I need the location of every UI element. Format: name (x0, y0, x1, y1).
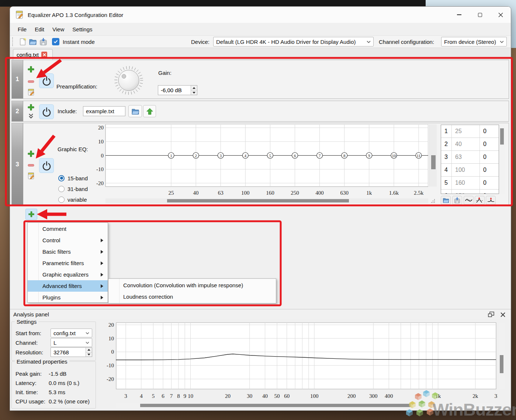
radio-icon[interactable] (58, 186, 65, 192)
eq-band-handle-3[interactable]: 3 (218, 153, 224, 159)
band-gain[interactable]: 0 (479, 164, 499, 176)
eq-band-row[interactable]: 62500 (441, 190, 499, 194)
eq-band-row[interactable]: 51600 (441, 177, 499, 190)
expand-chevrons-icon[interactable] (28, 113, 34, 121)
eq-vertical-scrollbar[interactable] (429, 124, 437, 187)
scrollbar-thumb[interactable] (500, 355, 503, 373)
channel-select[interactable]: L (51, 338, 92, 347)
spin-down-button[interactable] (86, 353, 92, 357)
band-frequency[interactable]: 250 (451, 190, 479, 194)
eq-band-row[interactable]: 3630 (441, 151, 499, 164)
menu-item-plugins[interactable]: Plugins (28, 292, 108, 303)
band-frequency[interactable]: 63 (451, 151, 479, 163)
eq-normalize-button[interactable] (475, 196, 485, 205)
spin-down-button[interactable] (191, 90, 197, 95)
submenu-item-convolution[interactable]: Convolution (Convolution with impulse re… (108, 280, 276, 291)
submenu-item-loudness[interactable]: Loudness correction (108, 291, 276, 302)
power-toggle-button[interactable] (39, 104, 54, 119)
menu-item-control[interactable]: Control (28, 235, 108, 246)
eq-import-button[interactable] (441, 196, 451, 205)
spin-up-button[interactable] (86, 348, 92, 353)
gain-spinbox[interactable]: -6,00 dB (158, 85, 197, 95)
band-frequency[interactable]: 25 (451, 125, 479, 138)
instant-mode-checkbox[interactable] (52, 38, 59, 45)
scrollbar-thumb[interactable] (431, 155, 436, 169)
minimize-button[interactable] (449, 7, 470, 23)
eq-band-handle-9[interactable]: 9 (366, 153, 372, 159)
edit-filter-icon[interactable] (27, 172, 35, 181)
open-file-button[interactable] (28, 37, 38, 47)
open-include-button[interactable] (143, 105, 156, 117)
tab-config-txt[interactable]: config.txt (13, 49, 53, 60)
tab-close-button[interactable] (41, 52, 47, 58)
device-select[interactable]: Default (LG HDR 4K - HD Audio Driver for… (213, 37, 374, 46)
eq-band-handle-4[interactable]: 4 (242, 153, 248, 159)
menu-view[interactable]: View (48, 24, 68, 35)
radio-icon[interactable] (58, 197, 65, 203)
start-from-select[interactable]: config.txt (51, 329, 92, 337)
resize-grip-icon[interactable] (431, 199, 435, 203)
band-gain[interactable]: 0 (479, 125, 499, 138)
eq-band-handle-5[interactable]: 5 (267, 153, 273, 159)
float-panel-button[interactable] (488, 312, 495, 317)
eq-flatten-button[interactable] (486, 196, 496, 205)
analysis-vertical-scrollbar[interactable] (499, 323, 505, 389)
analysis-horizontal-scrollbar[interactable] (116, 403, 496, 408)
menu-item-parametric-filters[interactable]: Parametric filters (28, 257, 108, 269)
eq-band-handle-2[interactable]: 2 (193, 153, 199, 159)
new-file-button[interactable] (17, 37, 28, 47)
remove-filter-icon[interactable] (27, 78, 35, 87)
menu-file[interactable]: File (14, 24, 31, 35)
close-button[interactable] (490, 7, 511, 23)
menu-settings[interactable]: Settings (68, 24, 96, 35)
eq-horizontal-scrollbar[interactable] (105, 198, 428, 203)
gain-knob[interactable] (113, 65, 144, 96)
add-filter-icon[interactable] (27, 66, 35, 74)
channel-config-select[interactable]: From device (Stereo) (441, 37, 507, 46)
menu-item-comment[interactable]: Comment (28, 223, 108, 235)
eq-band-row[interactable]: 2400 (441, 138, 499, 151)
add-filter-icon[interactable] (27, 150, 35, 159)
band-gain[interactable]: 0 (479, 177, 499, 189)
graphic-eq-chart[interactable]: 20100-10-202540631001602504006301k1.6k2.… (94, 124, 428, 197)
eq-band-handle-8[interactable]: 8 (342, 153, 347, 159)
band-frequency[interactable]: 100 (451, 164, 479, 176)
eq-smooth-button[interactable] (464, 196, 474, 205)
menu-item-graphic-equalizers[interactable]: Graphic equalizers (28, 269, 108, 280)
band-gain[interactable]: 0 (479, 190, 499, 194)
band-option-variable[interactable]: variable (58, 196, 88, 203)
eq-band-handle-11[interactable]: 11 (416, 153, 422, 159)
eq-band-table[interactable]: 125024003630410005160062500 (441, 125, 499, 194)
toolbar-grip[interactable] (12, 37, 14, 46)
menu-item-advanced-filters[interactable]: Advanced filters (28, 280, 108, 292)
add-filter-button[interactable] (25, 209, 37, 220)
resolution-spinbox[interactable]: 32768 (51, 347, 92, 357)
scrollbar-thumb[interactable] (140, 404, 411, 407)
edit-filter-icon[interactable] (27, 88, 35, 98)
browse-file-button[interactable] (128, 105, 142, 117)
eq-band-handle-1[interactable]: 1 (168, 153, 174, 159)
spin-up-button[interactable] (191, 86, 197, 90)
table-scrollbar[interactable] (499, 125, 505, 194)
band-gain[interactable]: 0 (479, 151, 499, 163)
remove-filter-icon[interactable] (27, 162, 35, 170)
save-file-button[interactable] (38, 37, 48, 47)
eq-band-handle-10[interactable]: 10 (391, 153, 397, 159)
radio-icon[interactable] (58, 175, 65, 181)
add-filter-icon[interactable] (27, 104, 35, 112)
menu-item-basic-filters[interactable]: Basic filters (28, 246, 108, 257)
band-frequency[interactable]: 40 (451, 138, 479, 150)
band-option-15-band[interactable]: 15-band (58, 175, 88, 181)
analysis-chart[interactable]: 20100-10-2034567891020304050601002003004… (102, 322, 498, 400)
eq-band-handle-6[interactable]: 6 (292, 153, 298, 159)
eq-band-row[interactable]: 1250 (441, 125, 499, 138)
eq-export-button[interactable] (452, 196, 462, 205)
power-toggle-button[interactable] (39, 158, 54, 173)
menu-edit[interactable]: Edit (31, 24, 48, 35)
maximize-button[interactable] (470, 7, 490, 23)
close-panel-button[interactable] (501, 312, 505, 317)
scrollbar-thumb[interactable] (500, 128, 504, 145)
band-option-31-band[interactable]: 31-band (58, 185, 88, 192)
eq-band-handle-7[interactable]: 7 (317, 153, 323, 159)
include-file-input[interactable]: example.txt (83, 106, 125, 116)
